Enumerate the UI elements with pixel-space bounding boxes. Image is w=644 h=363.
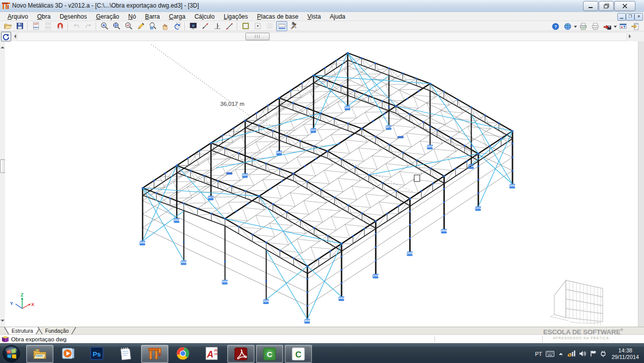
keyboard-icon[interactable] (546, 351, 554, 357)
import-dxf-icon[interactable]: DXFDWG (30, 21, 41, 31)
mdi-restore-button[interactable]: ❐ (626, 13, 634, 21)
zoom-window-icon[interactable]: R (99, 21, 110, 31)
start-button[interactable] (2, 344, 21, 363)
clock[interactable]: 14:3829/11/2014 (612, 347, 639, 360)
svg-text:DXF: DXF (34, 23, 38, 25)
structure-3d-viewport[interactable]: 36,017 mZXY (5, 41, 638, 327)
svg-text:X: X (31, 302, 34, 307)
save-icon[interactable] (14, 21, 25, 31)
action-center-flag-icon[interactable] (590, 350, 597, 357)
svg-text:x2: x2 (126, 24, 129, 27)
scroll-left-arrow[interactable] (12, 34, 16, 38)
menu-item-barra[interactable]: Barra (141, 13, 164, 21)
zoom-extents-icon[interactable] (111, 21, 122, 31)
taskbar-chrome-button[interactable] (170, 345, 196, 362)
h-scroll-thumb[interactable] (245, 33, 270, 40)
menu-item-n-[interactable]: Nó (124, 13, 141, 21)
volume-icon[interactable] (579, 350, 587, 357)
dropdown-arrow-icon[interactable] (613, 22, 617, 31)
window-title: Novo Metálicas 3D - v2012.a - [C:\...\Ob… (12, 2, 199, 9)
menu-item-placas-de-base[interactable]: Placas de base (252, 13, 303, 21)
taskbar-acrobat-button[interactable] (227, 345, 254, 363)
menu-item-arquivo[interactable]: Arquivo (3, 13, 33, 21)
transfer-window-icon[interactable] (617, 21, 628, 31)
taskbar-photoshop-button[interactable]: Ps (84, 345, 110, 362)
exit-folder-icon[interactable] (629, 21, 640, 31)
svg-text:M: M (192, 24, 195, 27)
power-plug-icon[interactable] (600, 350, 606, 357)
title-bar: Novo Metálicas 3D - v2012.a - [C:\...\Ob… (0, 0, 644, 13)
restore-button[interactable] (599, 1, 614, 11)
magnet-icon[interactable] (54, 21, 66, 31)
mdi-minimize-button[interactable]: ▁ (617, 13, 626, 21)
tab-estrutura[interactable]: Estrutura (4, 327, 41, 335)
open-folder-icon[interactable] (2, 21, 13, 31)
taskbar-camtasia-button[interactable]: C (256, 345, 283, 363)
selection-square-icon[interactable] (240, 21, 251, 31)
zoom-previous-icon[interactable] (147, 21, 158, 31)
menu-item-ajuda[interactable]: Ajuda (326, 13, 350, 21)
svg-text:C: C (295, 350, 301, 359)
import-dxf-2-icon: DXFDWG (42, 21, 53, 31)
taskbar-explorer-button[interactable] (26, 345, 53, 363)
scroll-right-arrow[interactable] (629, 34, 633, 38)
axis-triad (16, 297, 31, 309)
printer-plot-icon[interactable] (590, 21, 601, 31)
menu-item-liga-es[interactable]: Ligações (219, 13, 252, 21)
export-dwg-icon[interactable] (602, 21, 613, 31)
horizontal-rotate-scrollbar[interactable] (0, 31, 644, 42)
mdi-close-button[interactable]: ✕ (634, 13, 643, 21)
close-button[interactable] (614, 1, 635, 11)
taskbar-media-player-button[interactable] (55, 345, 81, 362)
svg-text:Ps: Ps (93, 350, 101, 358)
hidden-icons-arrow-icon[interactable] (558, 351, 564, 356)
scroll-up-arrow[interactable] (1, 44, 5, 48)
svg-text:Z: Z (21, 292, 24, 297)
measure-cursor (414, 175, 420, 182)
app-icon (2, 2, 10, 10)
menu-item-c-lculo[interactable]: Cálculo (190, 13, 219, 21)
printer-color-icon[interactable] (577, 21, 589, 31)
toolbar-separator (237, 22, 238, 30)
menu-item-vista[interactable]: Vista (303, 13, 325, 21)
svg-text:R: R (102, 24, 105, 27)
perpendicular-icon[interactable] (212, 21, 223, 31)
help-icon[interactable]: ? (550, 21, 561, 31)
scroll-down-arrow[interactable] (1, 320, 5, 324)
globe-icon[interactable] (562, 21, 573, 31)
measure-ruler-icon[interactable] (276, 21, 287, 31)
reference-point-icon[interactable] (252, 21, 263, 31)
pan-hand-icon[interactable] (159, 21, 170, 31)
menu-item-obra[interactable]: Obra (33, 13, 55, 21)
menu-item-desenhos[interactable]: Desenhos (55, 13, 91, 21)
menu-item-gera-o[interactable]: Geração (91, 13, 123, 21)
screen-config-icon[interactable]: M (187, 21, 199, 31)
taskbar-camtasia-recorder-button[interactable]: C (285, 345, 312, 363)
desktop: Novo Metálicas 3D - v2012.a - [C:\...\Ob… (0, 0, 644, 363)
node-arrows-icon[interactable] (200, 21, 211, 31)
toolbar-separator (184, 22, 185, 30)
redraw-icon[interactable] (171, 21, 182, 31)
network-icon[interactable] (567, 350, 575, 357)
language-indicator[interactable]: PT (535, 351, 542, 357)
toolbar-separator (27, 22, 28, 30)
taskbar-metalicas-3d-button[interactable] (141, 345, 168, 363)
edit-pencil-icon[interactable] (135, 21, 146, 31)
menu-item-carga[interactable]: Carga (164, 13, 190, 21)
rotate-view-button[interactable] (1, 32, 11, 41)
dropdown-arrow-icon[interactable] (573, 22, 577, 31)
grid-icon (264, 21, 275, 31)
svg-text:C: C (267, 350, 273, 358)
tab-fundacao[interactable]: Fundação (38, 327, 77, 335)
svg-text:DXF: DXF (46, 23, 50, 25)
svg-text:10: 10 (214, 352, 218, 355)
taskbar-autocad-button[interactable]: A2010 (199, 345, 225, 362)
taskbar-notepad-button[interactable] (112, 345, 139, 362)
status-panel (434, 336, 542, 342)
minimize-button[interactable] (583, 1, 598, 11)
tools-icon[interactable] (288, 21, 299, 31)
view-tabs: Estrutura Fundação (0, 327, 644, 335)
angle-reference-icon[interactable] (224, 21, 235, 31)
h-scroll-track[interactable] (17, 32, 627, 41)
zoom-x2-icon[interactable]: x2 (123, 21, 134, 31)
